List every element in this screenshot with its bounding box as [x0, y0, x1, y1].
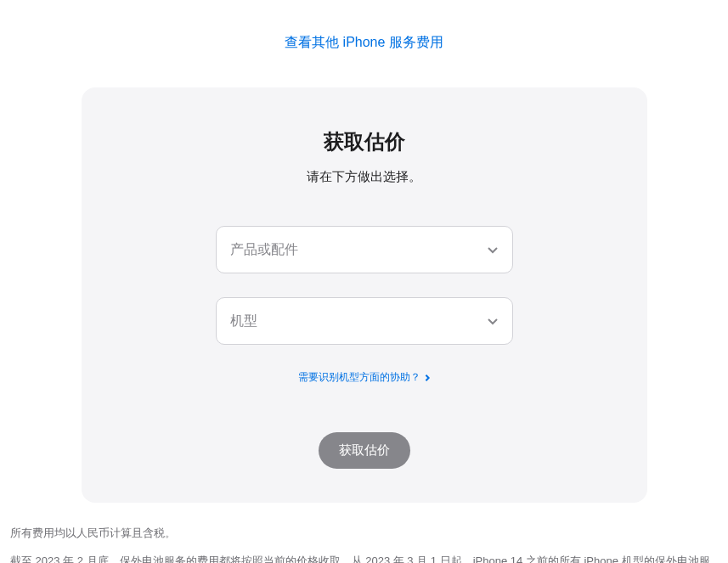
product-select-placeholder: 产品或配件: [230, 241, 298, 259]
help-link-label: 需要识别机型方面的协助？: [298, 370, 420, 385]
other-service-link[interactable]: 查看其他 iPhone 服务费用: [285, 35, 443, 49]
get-estimate-button[interactable]: 获取估价: [319, 432, 410, 469]
product-select[interactable]: 产品或配件: [216, 226, 513, 273]
footer-notes: 所有费用均以人民币计算且含税。 截至 2023 年 2 月底，保外电池服务的费用…: [0, 503, 728, 563]
model-select[interactable]: 机型: [216, 297, 513, 345]
footer-line1: 所有费用均以人民币计算且含税。: [10, 521, 718, 546]
card-title: 获取估价: [82, 128, 647, 155]
footer-line2-part1: 截至 2023 年 2 月底，保外电池服务的费用都将按照当前的价格收取。从 20…: [10, 555, 710, 563]
identify-model-help-link[interactable]: 需要识别机型方面的协助？: [298, 370, 431, 385]
model-select-placeholder: 机型: [230, 312, 257, 330]
estimate-card: 获取估价 请在下方做出选择。 产品或配件 机型 需要识别机型方面的协助？ 获取估…: [82, 87, 647, 503]
chevron-right-icon: [424, 372, 431, 384]
footer-line2: 截至 2023 年 2 月底，保外电池服务的费用都将按照当前的价格收取。从 20…: [10, 549, 718, 563]
chevron-down-icon: [487, 315, 499, 327]
card-subtitle: 请在下方做出选择。: [82, 169, 647, 185]
chevron-down-icon: [487, 244, 499, 256]
